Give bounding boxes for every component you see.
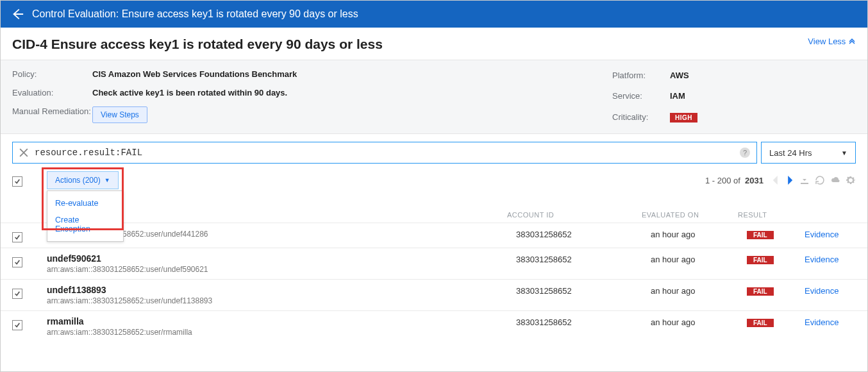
resource-arn: arn:aws:iam::383031258652:user/undef1138… <box>47 296 516 305</box>
help-icon[interactable]: ? <box>740 148 750 158</box>
evaluation-label: Evaluation: <box>12 88 92 97</box>
time-range-select[interactable]: Last 24 Hrs ▼ <box>761 142 856 164</box>
meta-panel: Policy: CIS Amazon Web Services Foundati… <box>1 60 867 134</box>
page-header: CID-4 Ensure access key1 is rotated ever… <box>1 28 867 60</box>
topbar: Control Evaluation: Ensure access key1 i… <box>1 1 867 28</box>
view-less-toggle[interactable]: View Less <box>808 37 856 46</box>
account-id: 383031258652 <box>516 228 651 239</box>
chevron-down-icon: ▼ <box>841 149 847 156</box>
resource-name: undef590621 <box>47 253 516 264</box>
chevron-down-icon: ▼ <box>104 177 110 183</box>
service-value: IAM <box>670 91 856 101</box>
column-headers: ACCOUNT ID EVALUATED ON RESULT <box>1 211 867 223</box>
evaluated-on: an hour ago <box>651 316 747 327</box>
table-row: rmamillaarn:aws:iam::383031258652:user/r… <box>1 310 867 342</box>
evidence-link[interactable]: Evidence <box>805 255 839 264</box>
col-result: RESULT <box>738 211 796 219</box>
resource-arn: arn:aws:iam::383031258652:user/rmamilla <box>47 328 516 337</box>
resource-name: rmamilla <box>47 316 516 326</box>
result-badge: FAIL <box>747 319 774 327</box>
col-account: ACCOUNT ID <box>507 211 642 219</box>
service-label: Service: <box>612 91 670 101</box>
account-id: 383031258652 <box>516 285 651 296</box>
select-all-checkbox[interactable] <box>12 176 22 187</box>
row-checkbox[interactable] <box>12 320 22 330</box>
criticality-badge: HIGH <box>670 113 697 123</box>
policy-value: CIS Amazon Web Services Foundations Benc… <box>92 69 612 79</box>
account-id: 383031258652 <box>516 316 651 327</box>
pagination-range: 1 - 200 of 2031 <box>705 176 764 185</box>
page-next-button[interactable] <box>785 176 794 185</box>
row-checkbox[interactable] <box>12 232 22 242</box>
result-badge: FAIL <box>747 256 774 264</box>
clear-search-icon[interactable] <box>19 148 28 157</box>
col-evaluated: EVALUATED ON <box>642 211 738 219</box>
criticality-label: Criticality: <box>612 112 670 122</box>
platform-label: Platform: <box>612 71 670 80</box>
evidence-link[interactable]: Evidence <box>805 286 839 296</box>
evidence-link[interactable]: Evidence <box>805 230 839 239</box>
platform-value: AWS <box>670 71 856 80</box>
view-steps-button[interactable]: View Steps <box>92 106 147 123</box>
download-icon[interactable] <box>799 175 810 185</box>
policy-label: Policy: <box>12 69 92 79</box>
actions-dropdown-button[interactable]: Actions (200) ▼ <box>47 171 119 189</box>
evaluated-on: an hour ago <box>651 253 747 264</box>
account-id: 383031258652 <box>516 253 651 264</box>
table-row: arn:aws:iam::383031258652:user/undef4412… <box>1 223 867 248</box>
resource-name: undef1138893 <box>47 285 516 295</box>
action-re-evaluate[interactable]: Re-evaluate <box>47 195 123 212</box>
evidence-link[interactable]: Evidence <box>805 317 839 327</box>
evaluated-on: an hour ago <box>651 228 747 239</box>
page-prev-button[interactable] <box>771 176 780 185</box>
search-box: ? <box>12 142 757 164</box>
table-body[interactable]: arn:aws:iam::383031258652:user/undef4412… <box>1 223 867 352</box>
topbar-title: Control Evaluation: Ensure access key1 i… <box>32 8 358 20</box>
right-tools: 1 - 200 of 2031 <box>705 171 856 185</box>
back-arrow-icon[interactable] <box>10 7 24 21</box>
row-checkbox[interactable] <box>12 289 22 299</box>
gear-icon[interactable] <box>846 175 856 185</box>
evaluated-on: an hour ago <box>651 285 747 296</box>
resource-arn: arn:aws:iam::383031258652:user/undef5906… <box>47 265 516 274</box>
row-checkbox[interactable] <box>12 257 22 267</box>
result-badge: FAIL <box>747 231 774 239</box>
page-title: CID-4 Ensure access key1 is rotated ever… <box>12 37 383 52</box>
search-input[interactable] <box>35 148 740 158</box>
remediation-label: Manual Remediation: <box>12 106 92 116</box>
actions-menu: Re-evaluate Create Exception <box>47 190 124 242</box>
table-row: undef1138893arn:aws:iam::383031258652:us… <box>1 279 867 310</box>
action-create-exception[interactable]: Create Exception <box>47 212 123 237</box>
table-row: undef590621arn:aws:iam::383031258652:use… <box>1 248 867 279</box>
evaluation-value: Check active key1 is been rotated within… <box>92 88 612 97</box>
refresh-icon[interactable] <box>815 175 825 185</box>
result-badge: FAIL <box>747 287 774 296</box>
cloud-icon[interactable] <box>830 175 840 185</box>
